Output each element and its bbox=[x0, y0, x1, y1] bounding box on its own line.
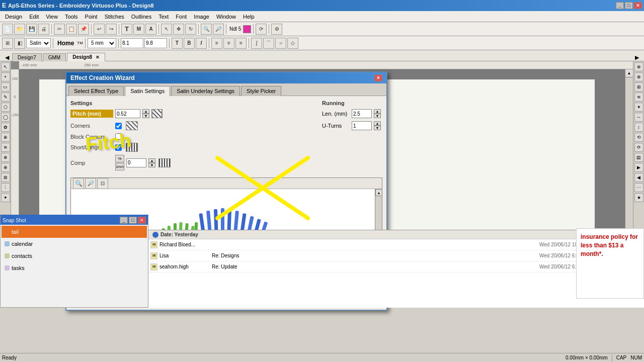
bold-btn[interactable]: B bbox=[184, 38, 195, 49]
curve-tool2[interactable]: ⌒ bbox=[263, 38, 274, 49]
menu-help[interactable]: Help bbox=[240, 13, 258, 21]
snap-item-mail[interactable]: tail bbox=[2, 226, 147, 238]
italic-btn[interactable]: I bbox=[196, 38, 207, 49]
side-btn-2[interactable]: + bbox=[1, 72, 10, 81]
short-longs-checkbox[interactable] bbox=[115, 144, 122, 151]
tab-design7[interactable]: Design7 bbox=[12, 53, 42, 61]
comp-input[interactable] bbox=[126, 158, 146, 167]
email-row-1[interactable]: ✉ Lisa Re: Designs Wed 20/06/12 6:58 PM … bbox=[148, 250, 644, 261]
print-button[interactable]: 🖨 bbox=[38, 24, 49, 35]
zoom-out-button[interactable]: 🔎 bbox=[213, 24, 224, 35]
r-side-btn-6[interactable]: ↔ bbox=[634, 113, 643, 122]
move-tool[interactable]: ✥ bbox=[173, 24, 184, 35]
view-toggle[interactable]: ⊞ bbox=[2, 38, 13, 49]
side-btn-12[interactable]: ⊞ bbox=[1, 173, 10, 182]
side-btn-4[interactable]: ✎ bbox=[1, 93, 10, 102]
r-side-btn-2[interactable]: ⊗ bbox=[634, 72, 643, 81]
scroll-tabs-right[interactable]: ▶ bbox=[632, 54, 642, 61]
menu-font[interactable]: Font bbox=[173, 13, 190, 21]
r-side-btn-12[interactable]: ◀ bbox=[634, 173, 643, 182]
open-button[interactable]: 📁 bbox=[14, 24, 25, 35]
zoom-in-preview[interactable]: 🔍 bbox=[73, 178, 84, 189]
side-btn-7[interactable]: ✿ bbox=[1, 123, 10, 132]
menu-tools[interactable]: Tools bbox=[62, 13, 81, 21]
align-center-btn[interactable]: ≡ bbox=[223, 38, 234, 49]
uturns-spinner[interactable]: ▲ ▼ bbox=[374, 121, 381, 130]
save-button[interactable]: 💾 bbox=[26, 24, 37, 35]
comp-down[interactable]: ▼ bbox=[148, 163, 155, 167]
align-right-btn[interactable]: ≡ bbox=[235, 38, 247, 49]
copy-button[interactable]: 📋 bbox=[66, 24, 77, 35]
curve-tool1[interactable]: ∫ bbox=[251, 38, 262, 49]
menu-image[interactable]: Image bbox=[191, 13, 212, 21]
stitch-type-select[interactable]: Satin Fill Run bbox=[26, 38, 51, 48]
r-side-btn-13[interactable]: ⋯ bbox=[634, 183, 643, 192]
preview-scroll-up[interactable]: ▲ bbox=[375, 189, 382, 196]
text-tool[interactable]: T bbox=[121, 24, 132, 35]
side-btn-13[interactable]: ⋮ bbox=[1, 183, 10, 192]
tab-style-picker[interactable]: Style Picker bbox=[241, 86, 281, 96]
menu-view[interactable]: View bbox=[43, 13, 61, 21]
snap-item-calendar[interactable]: calendar bbox=[2, 238, 147, 250]
side-btn-3[interactable]: ▭ bbox=[1, 82, 10, 92]
pitch-spinner[interactable]: ▲ ▼ bbox=[142, 109, 149, 118]
text-bold-btn[interactable]: T bbox=[172, 38, 183, 49]
pitch-down[interactable]: ▼ bbox=[142, 114, 149, 118]
pitch-icon-btn[interactable] bbox=[151, 109, 163, 118]
comp-mm-btn[interactable]: 1mm bbox=[115, 163, 124, 170]
uturns-up[interactable]: ▲ bbox=[374, 121, 381, 126]
len-up[interactable]: ▲ bbox=[374, 109, 381, 114]
settings-button[interactable]: ⚙ bbox=[271, 24, 282, 35]
monogram-tool[interactable]: M bbox=[133, 24, 144, 35]
pitch-input[interactable] bbox=[115, 109, 140, 118]
menu-design[interactable]: Design bbox=[2, 13, 25, 21]
restore-button[interactable]: □ bbox=[625, 2, 633, 9]
side-btn-11[interactable]: ⊕ bbox=[1, 163, 10, 172]
cut-button[interactable]: ✂ bbox=[54, 24, 65, 35]
side-btn-10[interactable]: ⊗ bbox=[1, 153, 10, 162]
menu-point[interactable]: Point bbox=[82, 13, 101, 21]
tab-design8[interactable]: Design8 ✕ bbox=[67, 53, 105, 61]
new-button[interactable]: 📄 bbox=[2, 24, 13, 35]
snap-expand[interactable]: □ bbox=[129, 217, 137, 224]
tab-satin-settings[interactable]: Satin Settings bbox=[125, 86, 170, 96]
zoom-in-button[interactable]: 🔍 bbox=[201, 24, 212, 35]
len-input[interactable] bbox=[352, 109, 372, 118]
layer-btn[interactable]: ◧ bbox=[14, 38, 25, 49]
size-select[interactable]: 5 mm 10 mm bbox=[88, 38, 116, 48]
scroll-tabs-left[interactable]: ◀ bbox=[2, 54, 12, 61]
align-left-btn[interactable]: ≡ bbox=[211, 38, 222, 49]
close-button[interactable]: ✕ bbox=[634, 2, 642, 9]
scroll-up-btn[interactable]: ▲ bbox=[625, 69, 633, 77]
dialog-close-btn[interactable]: ✕ bbox=[374, 74, 382, 81]
snap-item-tasks[interactable]: tasks bbox=[2, 262, 147, 274]
curve-tool4[interactable]: ◇ bbox=[287, 38, 298, 49]
r-side-btn-3[interactable]: ⊞ bbox=[634, 82, 643, 92]
len-down[interactable]: ▼ bbox=[374, 114, 381, 118]
r-side-btn-1[interactable]: ⊕ bbox=[634, 62, 643, 71]
fit-preview[interactable]: ⊡ bbox=[97, 178, 108, 189]
redo-button[interactable]: ↪ bbox=[106, 24, 117, 35]
side-btn-1[interactable]: ↖ bbox=[1, 62, 10, 71]
select-tool[interactable]: ↖ bbox=[161, 24, 172, 35]
pitch-up[interactable]: ▲ bbox=[142, 109, 149, 114]
side-btn-9[interactable]: ≋ bbox=[1, 143, 10, 152]
menu-edit[interactable]: Edit bbox=[26, 13, 42, 21]
minimize-button[interactable]: _ bbox=[616, 2, 624, 9]
comp-percent-btn[interactable]: % bbox=[115, 155, 124, 162]
value1-input[interactable] bbox=[121, 38, 143, 48]
snap-close[interactable]: ✕ bbox=[138, 217, 146, 224]
comp-up[interactable]: ▲ bbox=[148, 158, 155, 163]
tab-satin-underlay[interactable]: Satin Underlay Settings bbox=[171, 86, 240, 96]
menu-outlines[interactable]: Outlines bbox=[128, 13, 154, 21]
email-row-2[interactable]: ✉ seahorn.high Re: Update Wed 20/06/12 6… bbox=[148, 261, 644, 273]
len-spinner[interactable]: ▲ ▼ bbox=[374, 109, 381, 118]
rotate-tool[interactable]: ↻ bbox=[185, 24, 196, 35]
r-side-btn-9[interactable]: ⟳ bbox=[634, 143, 643, 152]
r-side-btn-4[interactable]: ≋ bbox=[634, 93, 643, 102]
tab-select-effect[interactable]: Select Effect Type bbox=[68, 86, 124, 96]
side-btn-8[interactable]: ⊕ bbox=[1, 133, 10, 142]
r-side-btn-5[interactable]: ✦ bbox=[634, 103, 643, 112]
paste-button[interactable]: 📌 bbox=[78, 24, 89, 35]
alphabet-tool[interactable]: A bbox=[145, 24, 156, 35]
